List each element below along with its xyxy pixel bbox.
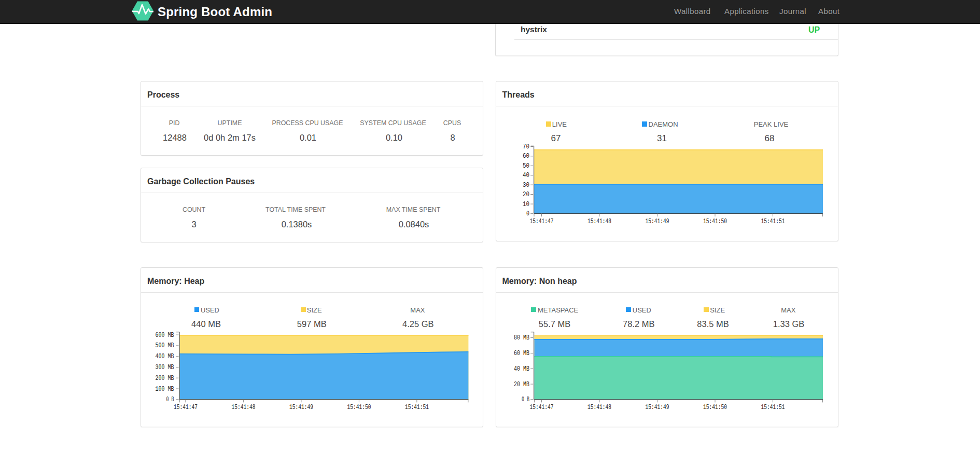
svg-text:15:41:48: 15:41:48 xyxy=(231,404,255,411)
svg-text:0: 0 xyxy=(526,210,529,217)
svg-text:70: 70 xyxy=(523,143,529,151)
svg-text:60: 60 xyxy=(523,153,529,160)
svg-text:0 B: 0 B xyxy=(522,396,529,403)
svg-text:0 B: 0 B xyxy=(166,396,174,403)
svg-text:40: 40 xyxy=(523,172,529,179)
svg-text:40 MB: 40 MB xyxy=(514,365,529,373)
svg-text:200 MB: 200 MB xyxy=(156,375,174,382)
svg-text:15:41:48: 15:41:48 xyxy=(587,404,611,411)
svg-text:15:41:47: 15:41:47 xyxy=(174,404,198,411)
svg-text:500 MB: 500 MB xyxy=(156,342,174,349)
svg-text:50: 50 xyxy=(523,162,529,170)
svg-text:400 MB: 400 MB xyxy=(156,353,174,360)
svg-text:15:41:50: 15:41:50 xyxy=(703,404,727,411)
svg-text:80 MB: 80 MB xyxy=(514,334,529,342)
svg-text:15:41:47: 15:41:47 xyxy=(530,218,554,225)
svg-text:20: 20 xyxy=(523,191,529,198)
svg-text:15:41:47: 15:41:47 xyxy=(530,404,554,411)
svg-text:15:41:49: 15:41:49 xyxy=(646,218,669,225)
svg-text:15:41:49: 15:41:49 xyxy=(646,404,669,411)
svg-text:600 MB: 600 MB xyxy=(156,332,174,339)
svg-text:15:41:51: 15:41:51 xyxy=(405,404,429,411)
svg-text:100 MB: 100 MB xyxy=(156,386,174,393)
svg-text:300 MB: 300 MB xyxy=(156,364,174,371)
svg-text:15:41:51: 15:41:51 xyxy=(761,218,785,225)
svg-text:30: 30 xyxy=(523,182,529,189)
svg-text:15:41:51: 15:41:51 xyxy=(761,404,785,411)
svg-text:20 MB: 20 MB xyxy=(514,381,529,388)
svg-text:60 MB: 60 MB xyxy=(514,350,529,357)
svg-text:15:41:49: 15:41:49 xyxy=(289,404,313,411)
svg-text:15:41:50: 15:41:50 xyxy=(347,404,371,411)
svg-text:15:41:50: 15:41:50 xyxy=(703,218,727,225)
svg-text:10: 10 xyxy=(523,201,529,208)
svg-text:15:41:48: 15:41:48 xyxy=(587,218,611,225)
